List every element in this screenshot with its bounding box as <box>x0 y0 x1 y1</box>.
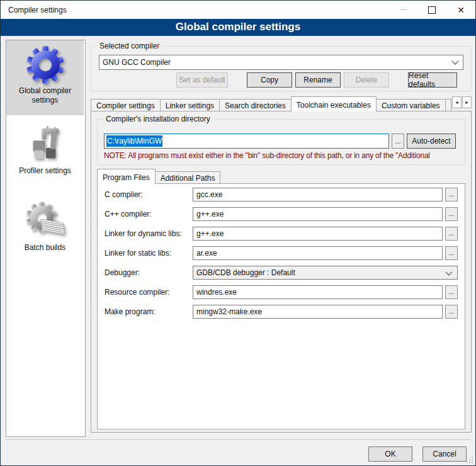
footer-divider <box>6 440 470 441</box>
static-linker-browse-button[interactable]: ... <box>445 246 458 260</box>
sidebar-item-batch-builds[interactable]: Batch builds <box>6 197 84 253</box>
sidebar-item-label: Global compiler settings <box>6 86 84 105</box>
selected-compiler-group: Selected compiler GNU GCC Compiler Set a… <box>91 46 472 91</box>
make-program-row: Make program: mingw32-make.exe ... <box>105 305 458 319</box>
tab-program-files[interactable]: Program Files <box>97 169 156 184</box>
installation-directory-input[interactable]: C:\raylib\MinGW <box>104 134 389 149</box>
delete-button: Delete <box>344 72 389 88</box>
compiler-settings-dialog: Compiler settings ✕ Global compiler sett… <box>0 0 476 466</box>
maximize-icon <box>428 6 436 14</box>
make-program-browse-button[interactable]: ... <box>445 305 458 319</box>
title-bar[interactable]: Compiler settings ✕ <box>1 1 475 19</box>
settings-category-list: Global compiler settings Profiler settin… <box>6 40 86 437</box>
installation-directory-browse-button[interactable]: ... <box>392 134 404 149</box>
make-program-input[interactable]: mingw32-make.exe <box>193 305 443 319</box>
main-panel: Selected compiler GNU GCC Compiler Set a… <box>91 40 472 460</box>
blue-gear-icon <box>26 45 65 84</box>
c-compiler-browse-button[interactable]: ... <box>445 188 458 202</box>
sidebar-item-label: Batch builds <box>6 243 84 253</box>
sidebar-item-label: Profiler settings <box>6 166 84 176</box>
toolchain-executables-page: Compiler's installation directory C:\ray… <box>91 111 472 433</box>
debugger-row: Debugger: GDB/CDB debugger : Default <box>105 266 458 280</box>
c-compiler-row: C compiler: gcc.exe ... <box>105 188 458 202</box>
arrow-right-icon: ► <box>465 100 469 105</box>
sidebar-item-profiler-settings[interactable]: Profiler settings <box>6 120 84 176</box>
tab-scroll-left-button[interactable]: ◄ <box>452 96 462 108</box>
resource-compiler-browse-button[interactable]: ... <box>445 285 458 299</box>
debugger-select-value: GDB/CDB debugger : Default <box>196 268 295 277</box>
dynamic-linker-row: Linker for dynamic libs: g++.exe ... <box>105 227 458 241</box>
tab-custom-variables[interactable]: Custom variables <box>376 99 446 111</box>
tab-build-truncated[interactable]: Build <box>445 99 451 111</box>
resource-compiler-row: Resource compiler: windres.exe ... <box>105 285 458 299</box>
compiler-select[interactable]: GNU GCC Compiler <box>99 55 463 70</box>
resize-grip[interactable] <box>472 462 473 463</box>
compiler-select-value: GNU GCC Compiler <box>103 58 171 67</box>
tab-compiler-settings[interactable]: Compiler settings <box>91 99 161 111</box>
set-as-default-button: Set as default <box>176 72 228 88</box>
installation-directory-selected-text: C:\raylib\MinGW <box>106 135 162 147</box>
tab-additional-paths[interactable]: Additional Paths <box>155 171 221 183</box>
gray-gear-stack-icon <box>26 202 65 241</box>
static-linker-input[interactable]: ar.exe <box>193 246 443 260</box>
compiler-settings-tabs: Compiler settings Linker settings Search… <box>91 96 472 111</box>
tab-linker-settings[interactable]: Linker settings <box>160 99 220 111</box>
program-files-panel: C compiler: gcc.exe ... C++ compiler: g+… <box>97 183 465 429</box>
bin-subdirectory-note: NOTE: All programs must exist either in … <box>104 151 457 160</box>
debugger-label: Debugger: <box>105 268 193 277</box>
c-compiler-label: C compiler: <box>105 190 193 199</box>
ok-button[interactable]: OK <box>368 446 412 462</box>
rename-button[interactable]: Rename <box>295 72 341 88</box>
close-icon: ✕ <box>457 6 465 14</box>
auto-detect-button[interactable]: Auto-detect <box>407 134 456 149</box>
sidebar-item-global-compiler-settings[interactable]: Global compiler settings <box>6 40 84 115</box>
tab-scroll-buttons: ◄ ► <box>451 96 472 108</box>
compiler-actions: Set as default Copy Rename Delete Reset … <box>91 72 471 88</box>
tab-toolchain-executables[interactable]: Toolchain executables <box>291 96 377 111</box>
minimize-button <box>388 1 417 19</box>
make-program-label: Make program: <box>105 307 193 316</box>
installation-directory-group-label: Compiler's installation directory <box>103 115 213 123</box>
debugger-select[interactable]: GDB/CDB debugger : Default <box>193 266 458 280</box>
resource-compiler-input[interactable]: windres.exe <box>193 285 443 299</box>
arrow-left-icon: ◄ <box>455 100 459 105</box>
page-title: Global compiler settings <box>1 19 475 36</box>
window-title: Compiler settings <box>1 6 388 14</box>
copy-button[interactable]: Copy <box>247 72 292 88</box>
tab-scroll-right-button[interactable]: ► <box>462 96 472 108</box>
chevron-down-icon <box>451 57 458 64</box>
reset-defaults-button[interactable]: Reset defaults <box>408 72 457 88</box>
installation-directory-group: Compiler's installation directory C:\ray… <box>97 119 465 165</box>
cancel-button[interactable]: Cancel <box>422 446 467 462</box>
cpp-compiler-label: C++ compiler: <box>105 210 193 219</box>
program-files-tabs: Program Files Additional Paths <box>97 168 465 183</box>
caliper-icon <box>26 125 65 164</box>
close-button[interactable]: ✕ <box>446 1 475 19</box>
cpp-compiler-input[interactable]: g++.exe <box>193 207 443 221</box>
static-linker-row: Linker for static libs: ar.exe ... <box>105 246 458 260</box>
static-linker-label: Linker for static libs: <box>105 249 193 258</box>
chevron-down-icon <box>445 268 452 275</box>
dialog-buttons: OK Cancel <box>368 446 467 462</box>
tab-search-directories[interactable]: Search directories <box>219 99 292 111</box>
dynamic-linker-browse-button[interactable]: ... <box>445 227 458 241</box>
c-compiler-input[interactable]: gcc.exe <box>193 188 443 202</box>
cpp-compiler-browse-button[interactable]: ... <box>445 207 458 221</box>
minimize-icon <box>400 9 407 10</box>
cpp-compiler-row: C++ compiler: g++.exe ... <box>105 207 458 221</box>
selected-compiler-group-label: Selected compiler <box>97 42 162 50</box>
resource-compiler-label: Resource compiler: <box>105 288 193 297</box>
dynamic-linker-label: Linker for dynamic libs: <box>105 229 193 238</box>
dynamic-linker-input[interactable]: g++.exe <box>193 227 443 241</box>
maximize-button[interactable] <box>417 1 446 19</box>
